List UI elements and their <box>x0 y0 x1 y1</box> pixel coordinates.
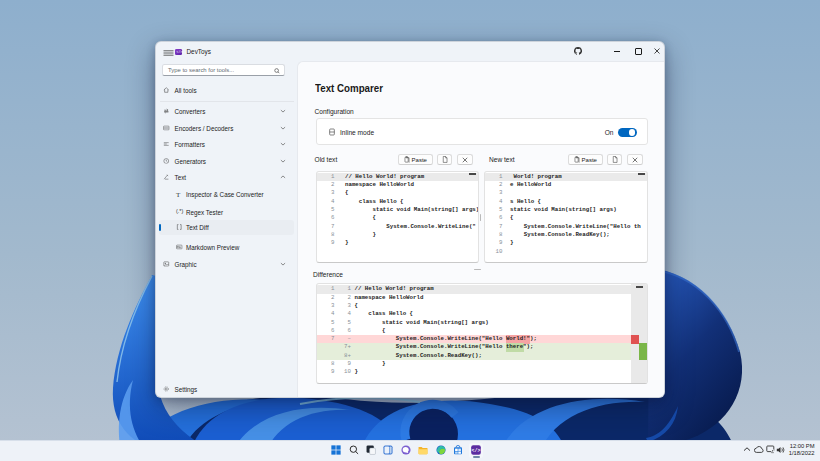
svg-text:</>: </> <box>472 447 481 452</box>
